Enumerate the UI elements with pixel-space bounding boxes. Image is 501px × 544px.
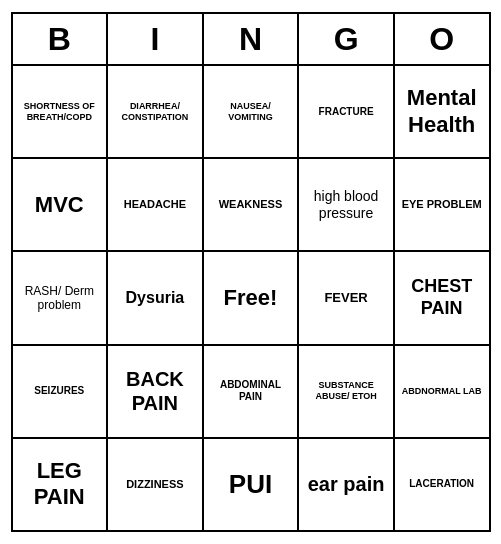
header-g: G bbox=[299, 14, 395, 64]
header-i: I bbox=[108, 14, 204, 64]
cell-3-3: SUBSTANCE ABUSE/ ETOH bbox=[299, 346, 395, 437]
bingo-row: MVC HEADACHE WEAKNESS high blood pressur… bbox=[13, 159, 489, 252]
cell-3-4: ABDNORMAL LAB bbox=[395, 346, 489, 437]
cell-0-1: DIARRHEA/ CONSTIPATION bbox=[108, 66, 204, 157]
cell-1-3: high blood pressure bbox=[299, 159, 395, 250]
bingo-row: RASH/ Derm problem Dysuria Free! FEVER C… bbox=[13, 252, 489, 345]
cell-3-1: BACK PAIN bbox=[108, 346, 204, 437]
bingo-header: B I N G O bbox=[13, 14, 489, 66]
cell-0-0: SHORTNESS OF BREATH/COPD bbox=[13, 66, 109, 157]
cell-0-4: Mental Health bbox=[395, 66, 489, 157]
cell-4-3: ear pain bbox=[299, 439, 395, 530]
bingo-row: SEIZURES BACK PAIN ABDOMINAL PAIN SUBSTA… bbox=[13, 346, 489, 439]
cell-4-2: PUI bbox=[204, 439, 300, 530]
bingo-grid: SHORTNESS OF BREATH/COPD DIARRHEA/ CONST… bbox=[13, 66, 489, 530]
header-n: N bbox=[204, 14, 300, 64]
cell-2-3: FEVER bbox=[299, 252, 395, 343]
cell-3-2: ABDOMINAL PAIN bbox=[204, 346, 300, 437]
cell-2-0: RASH/ Derm problem bbox=[13, 252, 109, 343]
cell-0-3: FRACTURE bbox=[299, 66, 395, 157]
cell-0-2: NAUSEA/ VOMITING bbox=[204, 66, 300, 157]
cell-3-0: SEIZURES bbox=[13, 346, 109, 437]
cell-2-4: CHEST PAIN bbox=[395, 252, 489, 343]
header-b: B bbox=[13, 14, 109, 64]
cell-1-2: WEAKNESS bbox=[204, 159, 300, 250]
bingo-row: SHORTNESS OF BREATH/COPD DIARRHEA/ CONST… bbox=[13, 66, 489, 159]
header-o: O bbox=[395, 14, 489, 64]
cell-4-0: LEG PAIN bbox=[13, 439, 109, 530]
cell-1-1: HEADACHE bbox=[108, 159, 204, 250]
cell-1-0: MVC bbox=[13, 159, 109, 250]
bingo-card: B I N G O SHORTNESS OF BREATH/COPD DIARR… bbox=[11, 12, 491, 532]
cell-4-1: DIZZINESS bbox=[108, 439, 204, 530]
bingo-row: LEG PAIN DIZZINESS PUI ear pain LACERATI… bbox=[13, 439, 489, 530]
cell-2-1: Dysuria bbox=[108, 252, 204, 343]
cell-4-4: LACERATION bbox=[395, 439, 489, 530]
cell-1-4: EYE PROBLEM bbox=[395, 159, 489, 250]
cell-2-2: Free! bbox=[204, 252, 300, 343]
